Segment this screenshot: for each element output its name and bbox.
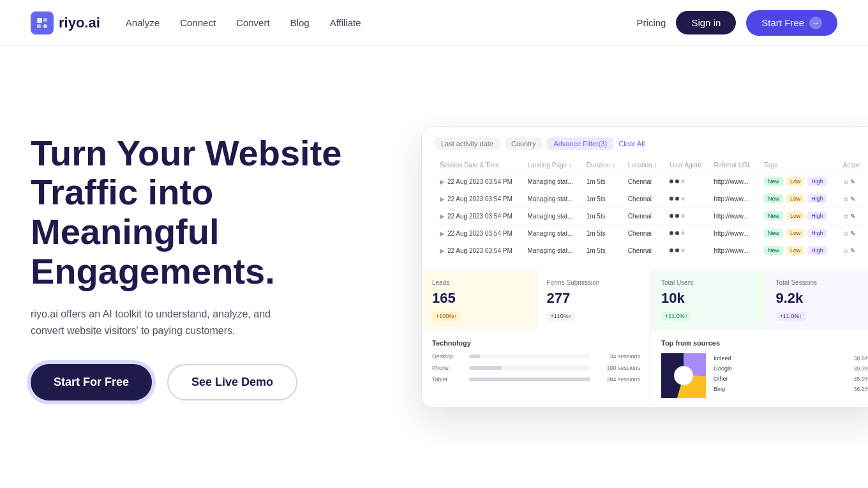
hero-subtitle: riyo.ai offers an AI toolkit to understa… (31, 306, 273, 339)
analytics-row: Technology Desktop 34 sessions Phone 100… (422, 330, 868, 407)
stat-users-badge: +11.0%↑ (661, 312, 691, 321)
dashboard-table-area: Last activity date Country Advance Filte… (422, 127, 868, 270)
col-action: Action (838, 158, 867, 173)
pie-chart (661, 353, 706, 398)
pie-area: Indeed38.6%Google39.3%Other35.9%Bing36.2… (661, 353, 868, 398)
stat-leads-badge: +100%↑ (432, 312, 461, 321)
hero-buttons: Start For Free See Live Demo (31, 364, 363, 400)
top-sources-section: Top from sources Indeed38.6%Google39.3%O… (651, 330, 868, 407)
stat-sessions-label: Total Sessions (776, 279, 869, 286)
signin-button[interactable]: Sign in (676, 11, 736, 34)
hero-start-button[interactable]: Start For Free (31, 364, 152, 400)
filter-advance: Advance Filter(3) (547, 137, 613, 150)
table-filters: Last activity date Country Advance Filte… (435, 137, 867, 150)
filter-last-activity: Last activity date (435, 137, 500, 150)
source-row: Indeed38.6% (714, 355, 868, 362)
nav-link-analyze[interactable]: Analyze (126, 17, 160, 28)
source-row: Other35.9% (714, 376, 868, 382)
stat-forms-label: Forms Submission (547, 279, 641, 286)
filter-country: Country (505, 137, 542, 150)
table-row: ▶22 Aug 2023 03:54 PM Managing stat... 1… (435, 225, 867, 242)
stat-sessions-value: 9.2k (776, 290, 869, 307)
stat-leads-value: 165 (432, 290, 526, 307)
dashboard-card: Last activity date Country Advance Filte… (421, 126, 868, 408)
stat-users: Total Users 10k +11.0%↑ (651, 270, 766, 330)
source-row: Google39.3% (714, 365, 868, 372)
arrow-icon: → (809, 17, 822, 29)
svg-rect-0 (37, 18, 42, 23)
source-row: Bing36.2% (714, 386, 868, 392)
svg-point-7 (674, 366, 693, 385)
stat-sessions-badge: +11.0%↑ (776, 312, 806, 321)
logo-icon (31, 11, 54, 34)
technology-section: Technology Desktop 34 sessions Phone 100… (422, 330, 651, 407)
table-row: ▶22 Aug 2023 03:54 PM Managing stat... 1… (435, 190, 867, 208)
technology-title: Technology (432, 339, 640, 347)
col-referral: Referral URL (708, 158, 759, 173)
table-row: ▶22 Aug 2023 03:54 PM Managing stat... 1… (435, 242, 867, 259)
table-row: ▶22 Aug 2023 03:54 PM Managing stat... 1… (435, 208, 867, 225)
nav-link-convert[interactable]: Convert (236, 17, 270, 28)
device-row: Phone 100 sessions (432, 365, 640, 371)
col-session-date: Session Date & Time (435, 158, 522, 173)
table-row: ▶22 Aug 2023 03:54 PM Managing stat... 1… (435, 173, 867, 190)
devices-list: Desktop 34 sessions Phone 100 sessions T… (432, 353, 640, 383)
navbar: riyo.ai Analyze Connect Convert Blog Aff… (0, 0, 868, 46)
hero-title: Turn Your Website Traffic into Meaningfu… (31, 133, 363, 291)
hero-section: Turn Your Website Traffic into Meaningfu… (0, 46, 868, 488)
nav-left: riyo.ai Analyze Connect Convert Blog Aff… (31, 11, 361, 34)
stat-leads-label: Leads (432, 279, 526, 286)
col-landing-page: Landing Page ↕ (522, 158, 581, 173)
nav-link-connect[interactable]: Connect (180, 17, 216, 28)
stat-users-label: Total Users (661, 279, 755, 286)
stats-row: Leads 165 +100%↑ Forms Submission 277 +1… (422, 270, 868, 330)
col-tags: Tags (759, 158, 837, 173)
pricing-link[interactable]: Pricing (637, 17, 666, 28)
stat-users-value: 10k (661, 290, 755, 307)
stat-leads: Leads 165 +100%↑ (422, 270, 537, 330)
sessions-table: Session Date & Time Landing Page ↕ Durat… (435, 158, 867, 259)
col-duration: Duration ↕ (581, 158, 623, 173)
stat-sessions: Total Sessions 9.2k +11.0%↑ (766, 270, 869, 330)
logo[interactable]: riyo.ai (31, 11, 100, 34)
nav-link-blog[interactable]: Blog (290, 17, 310, 28)
stat-forms: Forms Submission 277 +110%↑ (537, 270, 652, 330)
logo-text: riyo.ai (59, 15, 100, 31)
nav-links: Analyze Connect Convert Blog Affiliate (126, 17, 361, 28)
filter-clear[interactable]: Clear All (618, 140, 645, 148)
start-free-nav-button[interactable]: Start Free → (746, 10, 837, 36)
nav-right: Pricing Sign in Start Free → (637, 10, 837, 36)
svg-point-3 (43, 24, 47, 28)
source-list: Indeed38.6%Google39.3%Other35.9%Bing36.2… (714, 355, 868, 396)
device-row: Desktop 34 sessions (432, 353, 640, 360)
device-row: Tablet 384 sessions (432, 376, 640, 383)
hero-content: Turn Your Website Traffic into Meaningfu… (31, 133, 363, 401)
col-user-agent: User Agent (664, 158, 708, 173)
nav-link-affiliate[interactable]: Affiliate (330, 17, 361, 28)
top-sources-title: Top from sources (661, 339, 868, 347)
dashboard-preview: Last activity date Country Advance Filte… (421, 126, 868, 408)
svg-rect-2 (37, 24, 41, 28)
stat-forms-badge: +110%↑ (547, 312, 576, 321)
col-location: Location ↕ (623, 158, 664, 173)
stat-forms-value: 277 (547, 290, 641, 307)
hero-demo-button[interactable]: See Live Demo (167, 364, 297, 400)
svg-rect-1 (43, 18, 47, 22)
